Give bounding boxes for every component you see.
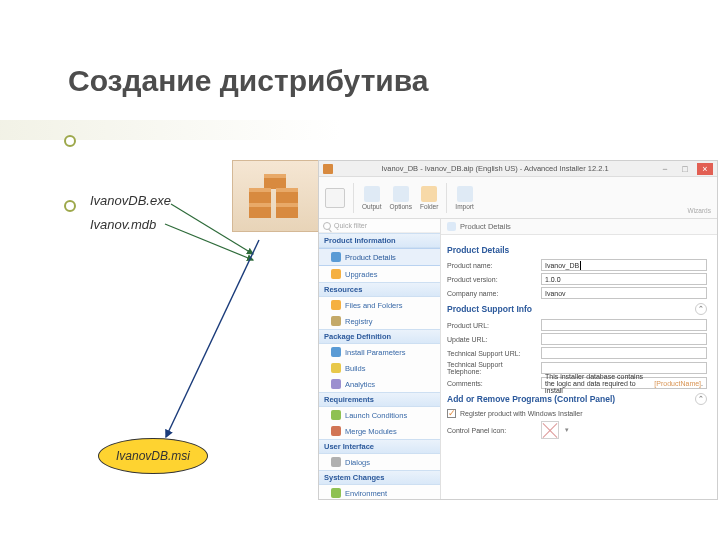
dialogs-icon	[331, 457, 341, 467]
side-header-product-info: Product Information	[319, 233, 440, 248]
maximize-button[interactable]: □	[677, 163, 693, 175]
sidebar-item-install-params[interactable]: Install Parameters	[319, 344, 440, 360]
launch-icon	[331, 410, 341, 420]
sidebar-item-environment[interactable]: Environment	[319, 485, 440, 499]
minimize-button[interactable]: −	[657, 163, 673, 175]
merge-icon	[331, 426, 341, 436]
company-name-input[interactable]: Ivanov	[541, 287, 707, 299]
update-url-input[interactable]	[541, 333, 707, 345]
product-version-input[interactable]: 1.0.0	[541, 273, 707, 285]
quick-filter-placeholder: Quick filter	[334, 222, 367, 229]
sidebar-item-registry[interactable]: Registry	[319, 313, 440, 329]
app-icon	[323, 164, 333, 174]
collapse-button[interactable]: ⌃	[695, 393, 707, 405]
bullet-dot	[64, 200, 76, 212]
sidebar-item-dialogs[interactable]: Dialogs	[319, 454, 440, 470]
builds-icon	[331, 363, 341, 373]
support-tel-label: Technical Support Telephone:	[447, 361, 535, 375]
file-exe-label: IvanovDB.exe	[90, 193, 171, 208]
app-window: Ivanov_DB - Ivanov_DB.aip (English US) -…	[318, 160, 718, 500]
side-header-ui: User Interface	[319, 439, 440, 454]
support-url-input[interactable]	[541, 347, 707, 359]
sidebar-item-upgrades[interactable]: Upgrades	[319, 266, 440, 282]
section-product-details: Product Details	[447, 245, 707, 255]
icon-dropdown[interactable]: ▾	[565, 426, 569, 434]
product-name-input[interactable]: Ivanov_DB	[541, 259, 707, 271]
product-url-input[interactable]	[541, 319, 707, 331]
input-value: Ivanov_DB	[545, 262, 579, 269]
ribbon-options-label: Options	[390, 203, 412, 210]
ribbon-import[interactable]: Import	[455, 186, 473, 210]
register-label: Register product with Windows Installer	[460, 410, 583, 417]
comments-placeholder: [ProductName]	[654, 380, 701, 387]
svg-line-2	[166, 240, 259, 437]
sidebar-label: Builds	[345, 364, 365, 373]
side-header-resources: Resources	[319, 282, 440, 297]
section-title-text: Product Details	[447, 245, 509, 255]
comments-label: Comments:	[447, 380, 535, 387]
box-icon	[331, 252, 341, 262]
content-panel: Product Details Product Details Product …	[441, 219, 717, 499]
sidebar-label: Analytics	[345, 380, 375, 389]
side-header-requirements: Requirements	[319, 392, 440, 407]
sidebar-item-files-folders[interactable]: Files and Folders	[319, 297, 440, 313]
sidebar-item-analytics[interactable]: Analytics	[319, 376, 440, 392]
quick-filter[interactable]: Quick filter	[319, 219, 440, 233]
titlebar: Ivanov_DB - Ivanov_DB.aip (English US) -…	[319, 161, 717, 177]
product-url-label: Product URL:	[447, 322, 535, 329]
sidebar-item-launch-cond[interactable]: Launch Conditions	[319, 407, 440, 423]
upgrade-icon	[331, 269, 341, 279]
ribbon: Output Options Folder Import Wizards	[319, 177, 717, 219]
register-checkbox[interactable]	[447, 409, 456, 418]
support-url-label: Technical Support URL:	[447, 350, 535, 357]
side-header-pkg-def: Package Definition	[319, 329, 440, 344]
ribbon-import-label: Import	[455, 203, 473, 210]
section-title-text: Add or Remove Programs (Control Panel)	[447, 394, 615, 404]
params-icon	[331, 347, 341, 357]
sidebar: Quick filter Product Information Product…	[319, 219, 441, 499]
ribbon-options[interactable]: Options	[390, 186, 412, 210]
ribbon-output-label: Output	[362, 203, 382, 210]
control-panel-icon-preview[interactable]	[541, 421, 559, 439]
sidebar-label: Dialogs	[345, 458, 370, 467]
company-name-label: Company name:	[447, 290, 535, 297]
sidebar-label: Install Parameters	[345, 348, 405, 357]
msi-output-oval: IvanovDB.msi	[98, 438, 208, 474]
text-cursor	[580, 261, 581, 270]
collapse-button[interactable]: ⌃	[695, 303, 707, 315]
bullet-dot	[64, 135, 76, 147]
slide-title: Создание дистрибутива	[68, 64, 429, 98]
arrows	[163, 200, 303, 460]
sidebar-label: Launch Conditions	[345, 411, 407, 420]
cpl-icon-label: Control Panel icon:	[447, 427, 535, 434]
sidebar-label: Merge Modules	[345, 427, 397, 436]
sidebar-label: Environment	[345, 489, 387, 498]
product-name-label: Product name:	[447, 262, 535, 269]
breadcrumb-text: Product Details	[460, 222, 511, 231]
ribbon-build-icon[interactable]	[325, 188, 345, 208]
ribbon-folder-label: Folder	[420, 203, 438, 210]
comments-input[interactable]: This installer database contains the log…	[541, 377, 707, 389]
sidebar-item-product-details[interactable]: Product Details	[319, 248, 440, 266]
file-mdb-label: Ivanov.mdb	[90, 217, 156, 232]
registry-icon	[331, 316, 341, 326]
ribbon-folder[interactable]: Folder	[420, 186, 438, 210]
search-icon	[323, 222, 331, 230]
comments-post: .	[701, 380, 703, 387]
comments-pre: This installer database contains the log…	[545, 373, 654, 394]
update-url-label: Update URL:	[447, 336, 535, 343]
close-button[interactable]: ×	[697, 163, 713, 175]
sidebar-label: Product Details	[345, 253, 396, 262]
breadcrumb-icon	[447, 222, 456, 231]
folder-icon	[331, 300, 341, 310]
msi-label: IvanovDB.msi	[116, 449, 190, 463]
sidebar-item-builds[interactable]: Builds	[319, 360, 440, 376]
side-header-sys-changes: System Changes	[319, 470, 440, 485]
sidebar-item-merge-modules[interactable]: Merge Modules	[319, 423, 440, 439]
ribbon-output[interactable]: Output	[362, 186, 382, 210]
section-arp: Add or Remove Programs (Control Panel) ⌃	[447, 393, 707, 405]
section-support-info: Product Support Info ⌃	[447, 303, 707, 315]
sidebar-label: Files and Folders	[345, 301, 403, 310]
ribbon-group-label: Wizards	[688, 207, 711, 216]
input-value: Ivanov	[545, 290, 566, 297]
